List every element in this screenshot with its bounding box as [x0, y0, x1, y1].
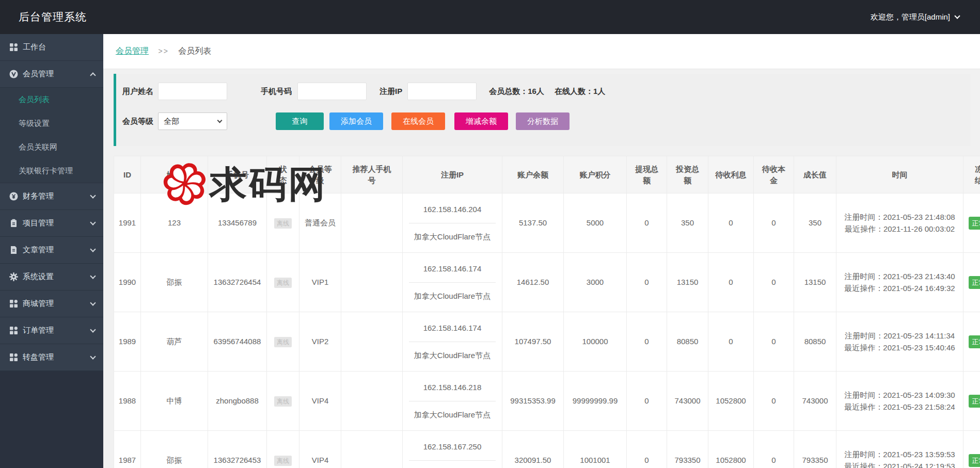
gear-icon: [9, 272, 18, 281]
cell-pending-principal: 0: [754, 193, 794, 253]
cell-id: 1989: [114, 312, 141, 372]
chevron-down-icon: [90, 192, 96, 198]
chevron-down-icon: [90, 219, 96, 225]
header-id: ID: [114, 156, 141, 193]
cell-id: 1987: [114, 431, 141, 468]
freeze-status-button[interactable]: 正常: [969, 395, 980, 408]
status-badge: 离线: [274, 456, 292, 466]
add-member-button[interactable]: 添加会员: [329, 112, 383, 130]
table-row: 1990 邵振 13632726454 离线 VIP1 162.158.146.…: [114, 253, 980, 312]
cell-name: 中博: [141, 372, 208, 431]
phone-input[interactable]: [297, 83, 367, 100]
cell-pending-principal: 0: [754, 372, 794, 431]
sidebar-item-member-list[interactable]: 会员列表: [0, 88, 103, 111]
cell-referrer: [341, 193, 403, 253]
admin-app: 后台管理系统 欢迎您，管理员[admin] 工作台 会员管理 会员列表 等级设置…: [0, 0, 980, 468]
cell-pending-interest: 1052800: [708, 372, 754, 431]
cell-level: VIP4: [299, 431, 341, 468]
table-row: 1988 中博 zhongbo888 离线 VIP4 162.158.146.2…: [114, 372, 980, 431]
analyze-data-button[interactable]: 分析数据: [516, 112, 570, 130]
member-total-stat: 会员总数：16人: [489, 87, 544, 96]
register-ip-input[interactable]: [407, 83, 477, 100]
cell-phone: 13632726454: [208, 253, 267, 312]
sidebar-item-finance-management[interactable]: 财务管理: [0, 183, 103, 210]
cell-status: 离线: [267, 193, 299, 253]
user-menu[interactable]: 欢迎您，管理员[admin]: [871, 12, 959, 22]
cell-referrer: [341, 253, 403, 312]
cell-phone: zhongbo888: [208, 372, 267, 431]
header-name: 姓名: [141, 156, 208, 193]
cell-invest-total: 350: [667, 193, 708, 253]
breadcrumb-current: 会员列表: [178, 46, 211, 55]
sidebar-item-member-management[interactable]: 会员管理: [0, 61, 103, 88]
topbar: 后台管理系统 欢迎您，管理员[admin]: [0, 0, 980, 34]
member-icon: [9, 70, 18, 78]
sidebar-item-member-network[interactable]: 会员关联网: [0, 135, 103, 159]
cell-freeze: 正常: [963, 372, 980, 431]
username-input[interactable]: [158, 83, 227, 100]
cell-name: 葫芦: [141, 312, 208, 372]
cell-invest-total: 743000: [667, 372, 708, 431]
cell-name: 邵振: [141, 431, 208, 468]
cell-status: 离线: [267, 253, 299, 312]
header-withdraw-total: 提现总额: [627, 156, 667, 193]
member-level-select[interactable]: 全部: [158, 112, 227, 130]
cell-name: 123: [141, 193, 208, 253]
freeze-status-button[interactable]: 正常: [969, 454, 980, 467]
sidebar: 工作台 会员管理 会员列表 等级设置 会员关联网 关联银行卡管理 财务管理: [0, 34, 103, 468]
cell-withdraw-total: 0: [627, 253, 667, 312]
clipboard-icon: [9, 219, 18, 228]
cell-id: 1988: [114, 372, 141, 431]
cell-balance: 320091.50: [502, 431, 564, 468]
header-invest-total: 投资总额: [667, 156, 708, 193]
sidebar-item-mall-management[interactable]: 商城管理: [0, 291, 103, 317]
cell-register-ip: 162.158.146.204加拿大CloudFlare节点: [403, 193, 502, 253]
cell-pending-principal: 0: [754, 312, 794, 372]
cell-growth: 793350: [794, 431, 836, 468]
cell-withdraw-total: 0: [627, 431, 667, 468]
sidebar-item-system-settings[interactable]: 系统设置: [0, 264, 103, 291]
breadcrumb-parent-link[interactable]: 会员管理: [116, 46, 149, 55]
cell-growth: 743000: [794, 372, 836, 431]
cell-points: 1001001: [564, 431, 627, 468]
header-time: 时间: [836, 156, 963, 193]
cell-balance: 14612.50: [502, 253, 564, 312]
cell-pending-interest: 0: [708, 253, 754, 312]
member-table: ID 姓名 手机号 状态 会员等级 推荐人手机号 注册IP 账户余额 账户积分 …: [114, 156, 980, 468]
cell-withdraw-total: 0: [627, 312, 667, 372]
cell-growth: 13150: [794, 253, 836, 312]
sidebar-item-bank-card-management[interactable]: 关联银行卡管理: [0, 159, 103, 183]
sidebar-item-project-management[interactable]: 项目管理: [0, 210, 103, 237]
document-icon: [9, 246, 18, 254]
sidebar-item-workbench[interactable]: 工作台: [0, 34, 103, 61]
sidebar-item-level-settings[interactable]: 等级设置: [0, 111, 103, 135]
cell-time: 注册时间：2021-05-23 13:59:53最近操作：2021-05-24 …: [836, 431, 963, 468]
header-points: 账户积分: [564, 156, 627, 193]
cell-freeze: 正常: [963, 431, 980, 468]
username-label: 用户姓名: [122, 87, 153, 96]
online-members-button[interactable]: 在线会员: [391, 112, 445, 130]
cell-invest-total: 80850: [667, 312, 708, 372]
header-referrer-phone: 推荐人手机号: [341, 156, 403, 193]
adjust-balance-button[interactable]: 增减余额: [454, 112, 508, 130]
cell-balance: 5137.50: [502, 193, 564, 253]
cell-time: 注册时间：2021-05-23 14:09:30最近操作：2021-05-23 …: [836, 372, 963, 431]
cell-pending-principal: 0: [754, 431, 794, 468]
sidebar-item-wheel-management[interactable]: 转盘管理: [0, 344, 103, 371]
sidebar-item-order-management[interactable]: 订单管理: [0, 317, 103, 344]
cell-referrer: [341, 372, 403, 431]
cell-time: 注册时间：2021-05-23 21:43:40最近操作：2021-05-24 …: [836, 253, 963, 312]
freeze-status-button[interactable]: 正常: [969, 276, 980, 289]
status-badge: 离线: [274, 278, 292, 288]
freeze-status-button[interactable]: 正常: [969, 335, 980, 348]
header-pending-principal: 待收本金: [754, 156, 794, 193]
cell-freeze: 正常: [963, 193, 980, 253]
freeze-status-button[interactable]: 正常: [969, 217, 980, 230]
member-submenu: 会员列表 等级设置 会员关联网 关联银行卡管理: [0, 88, 103, 183]
search-button[interactable]: 查询: [276, 112, 324, 130]
header-register-ip: 注册IP: [403, 156, 502, 193]
cell-invest-total: 13150: [667, 253, 708, 312]
cell-phone: 13632726453: [208, 431, 267, 468]
sidebar-item-article-management[interactable]: 文章管理: [0, 237, 103, 264]
cell-growth: 80850: [794, 312, 836, 372]
